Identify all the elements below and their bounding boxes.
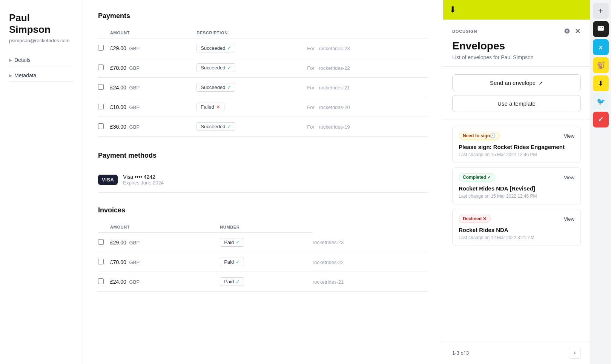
view-link[interactable]: View: [564, 216, 574, 222]
payment-methods-section-title: Payment methods: [98, 152, 428, 160]
invoice-amount: £70.00 GBP: [110, 252, 220, 272]
xero-icon-button[interactable]: x: [593, 39, 609, 55]
invoice-ref: rocketrides-22: [313, 252, 428, 272]
table-row: £70.00 GBP Paid ✓ rocketrides-22: [98, 252, 428, 272]
table-row: £24.00 GBP Succeeded ✓ For rocketrides-2…: [98, 78, 428, 97]
view-link[interactable]: View: [564, 133, 574, 139]
status-badge: Succeeded ✓: [197, 122, 235, 131]
row-checkbox[interactable]: [98, 239, 104, 245]
envelope-card: Need to sign🕐 View Please sign: Rocket R…: [452, 126, 581, 163]
payment-status: Failed ✕: [197, 97, 307, 117]
view-link[interactable]: View: [564, 175, 574, 180]
chevron-icon: ▶: [9, 73, 12, 78]
panel-header-icons: ⚙ ✕: [564, 27, 581, 35]
payment-amount: £10.00 GBP: [110, 97, 197, 117]
customer-email: psimpson@rocketrides.com: [9, 38, 74, 43]
app-icons-bar: + x 🐒 ⬇ 🐦 ✓: [590, 0, 611, 364]
env-status-badge: Need to sign🕐: [459, 132, 500, 140]
row-checkbox-cell: [98, 252, 110, 272]
settings-icon[interactable]: ⚙: [564, 27, 570, 35]
x-icon: ✕: [216, 104, 220, 110]
download-icon: ⬇: [449, 5, 456, 15]
use-template-button[interactable]: Use a template: [452, 95, 581, 112]
sidebar-item-details[interactable]: ▶ Details: [9, 54, 74, 66]
invoices-table: AMOUNT NUMBER £29.00 GBP Paid ✓ rocketri…: [98, 222, 428, 292]
close-icon[interactable]: ✕: [575, 27, 581, 35]
chevron-icon: ▶: [9, 58, 12, 63]
payment-ref: For rocketrides-20: [307, 97, 428, 117]
panel-app-name-row: DOCUSIGN ⚙ ✕: [452, 27, 581, 35]
row-checkbox[interactable]: [98, 65, 104, 70]
invoices-check-col: [98, 222, 110, 233]
svg-rect-2: [600, 27, 601, 28]
payment-amount: £29.00 GBP: [110, 38, 197, 58]
row-checkbox[interactable]: [98, 259, 104, 264]
env-status-badge: Completed ✓: [459, 173, 495, 181]
payment-amount: £36.00 GBP: [110, 117, 197, 137]
panel-title: Envelopes: [452, 40, 581, 52]
intercom-icon-button[interactable]: [593, 21, 609, 37]
invoice-ref: rocketrides-23: [313, 233, 428, 252]
customer-name: Paul Simpson: [9, 12, 74, 35]
row-checkbox[interactable]: [98, 123, 104, 129]
status-badge: Paid ✓: [220, 238, 244, 247]
payment-method-row: VISA Visa •••• 4242 Expires June 2024: [98, 167, 428, 193]
row-checkbox-cell: [98, 78, 110, 97]
svg-rect-3: [602, 27, 603, 28]
status-badge: Succeeded ✓: [197, 63, 235, 72]
svg-rect-0: [597, 26, 604, 31]
payments-table: AMOUNT DESCRIPTION £29.00 GBP Succeeded …: [98, 28, 428, 137]
sidebar: Paul Simpson psimpson@rocketrides.com ▶ …: [0, 0, 83, 364]
payments-amount-header: AMOUNT: [110, 28, 197, 38]
panel-header: DOCUSIGN ⚙ ✕ Envelopes List of envelopes…: [443, 20, 590, 67]
payments-description-header: DESCRIPTION: [197, 28, 307, 38]
svg-rect-1: [599, 27, 599, 28]
table-row: £70.00 GBP Succeeded ✓ For rocketrides-2…: [98, 58, 428, 78]
envelope-card: Completed ✓ View Rocket Rides NDA [Revis…: [452, 167, 581, 204]
mailchimp-icon-button[interactable]: 🐒: [593, 57, 609, 73]
payments-check-col: [98, 28, 110, 38]
send-envelope-button[interactable]: Send an envelope ↗: [452, 74, 581, 91]
sidebar-item-metadata-label: Metadata: [14, 72, 36, 78]
invoice-status: Paid ✓: [220, 233, 313, 252]
checklist-icon-button[interactable]: ✓: [593, 112, 609, 127]
payment-method-info: Visa •••• 4242 Expires June 2024: [123, 174, 164, 186]
invoices-amount-header: AMOUNT: [110, 222, 220, 233]
env-status-badge: Declined ✕: [459, 215, 491, 223]
download-app-icon-button[interactable]: ⬇: [593, 75, 609, 91]
tweeter-icon-button[interactable]: 🐦: [593, 94, 609, 109]
panel-footer: 1-3 of 3 ›: [443, 341, 590, 364]
row-checkbox[interactable]: [98, 278, 104, 284]
card-number: Visa •••• 4242: [123, 174, 164, 180]
row-checkbox-cell: [98, 233, 110, 252]
payment-status: Succeeded ✓: [197, 117, 307, 137]
payment-ref: For rocketrides-19: [307, 117, 428, 137]
panel-subtitle: List of envelopes for Paul Simpson: [452, 54, 581, 60]
table-row: £29.00 GBP Paid ✓ rocketrides-23: [98, 233, 428, 252]
row-checkbox-cell: [98, 97, 110, 117]
status-badge: Failed ✕: [197, 103, 224, 111]
status-badge: Succeeded ✓: [197, 44, 235, 52]
status-badge: Paid ✓: [220, 277, 244, 286]
payment-ref: For rocketrides-22: [307, 58, 428, 78]
envelope-title: Rocket Rides NDA: [459, 227, 574, 233]
invoice-amount: £29.00 GBP: [110, 233, 220, 252]
row-checkbox[interactable]: [98, 104, 104, 109]
send-envelope-label: Send an envelope: [490, 80, 536, 86]
sidebar-item-metadata[interactable]: ▶ Metadata: [9, 69, 74, 82]
check-icon: ✓: [227, 45, 231, 51]
payment-status: Succeeded ✓: [197, 38, 307, 58]
row-checkbox[interactable]: [98, 45, 104, 51]
pagination-text: 1-3 of 3: [452, 350, 469, 356]
invoices-number-header: NUMBER: [220, 222, 313, 233]
envelope-date: Last change on 12 Mar 2022 3:21 PM: [459, 235, 574, 240]
payment-amount: £24.00 GBP: [110, 78, 197, 97]
row-checkbox[interactable]: [98, 84, 104, 90]
envelope-card-header: Declined ✕ View: [459, 215, 574, 223]
card-expiry: Expires June 2024: [123, 180, 164, 186]
pagination-next-button[interactable]: ›: [569, 347, 581, 359]
status-badge: Paid ✓: [220, 258, 244, 266]
payment-status: Succeeded ✓: [197, 58, 307, 78]
add-app-button[interactable]: +: [593, 3, 609, 19]
row-checkbox-cell: [98, 58, 110, 78]
